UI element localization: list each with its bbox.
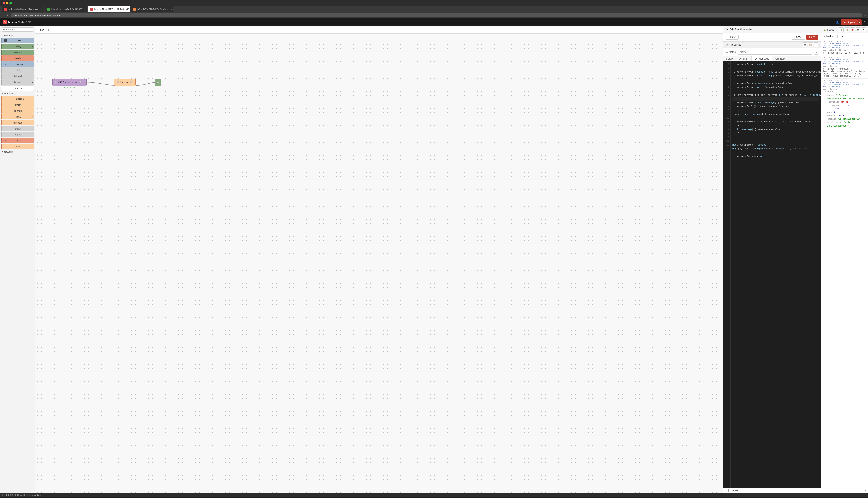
chevron-down-icon-2: ▾ xyxy=(2,92,3,94)
debug-message-3: 8/11/2022 2:01:38 node: 5bcbfb38ce3d4b76… xyxy=(821,79,868,129)
all-filter-btn[interactable]: all ▾ xyxy=(838,35,844,38)
debug-msg-3-node: node: 5bcbfb38ce3d4b76 xyxy=(823,82,866,84)
deploy-button[interactable]: ▶ Deploy xyxy=(841,19,858,25)
node-switch[interactable]: switch xyxy=(1,102,34,107)
deploy-dropdown-btn[interactable]: ▾ xyxy=(858,19,862,25)
tab-on-message[interactable]: On Message xyxy=(752,56,772,61)
node-function[interactable]: {} function xyxy=(1,96,34,102)
chevron-right-icon: ▾ xyxy=(2,151,3,153)
canvas-node-output[interactable] xyxy=(155,79,161,86)
node-inject[interactable]: ⬛ inject xyxy=(1,38,34,43)
back-btn[interactable]: ‹ xyxy=(2,14,3,17)
debug-messages: 8/11/2022 1:41:40 node: 5bcbfb38ce3d4b76… xyxy=(821,39,868,488)
category-common-label: common xyxy=(4,34,13,36)
tab-arm-summit[interactable]: ARM DEV SUMMIT - Grafana × xyxy=(130,6,173,12)
tab-close-2[interactable]: × xyxy=(87,8,87,11)
category-function: ▾ function {} function switch change ran… xyxy=(0,91,35,149)
reload-btn[interactable]: ↻ xyxy=(7,14,9,17)
status-bar: 192.168.1.46:1880/#editor-tab-properties xyxy=(0,493,868,497)
debug-msg-2-label: msg : Object xyxy=(823,65,866,67)
node-link-in[interactable]: link in xyxy=(1,67,34,73)
bookmark-icon[interactable]: ☆ xyxy=(864,14,866,17)
user-icon[interactable]: 👤 xyxy=(836,21,839,24)
category-common-header[interactable]: ▾ common xyxy=(0,33,35,37)
canvas-node-function[interactable]: function xyxy=(114,79,136,86)
filter-nodes-input[interactable] xyxy=(2,27,33,31)
node-comment[interactable]: comment xyxy=(1,86,34,91)
menu-icon[interactable]: ≡ xyxy=(864,20,866,24)
code-editor[interactable]: 1234567891011121314151617181920212223242… xyxy=(723,62,821,487)
chevron-down-icon: ▾ xyxy=(2,34,3,36)
node-change[interactable]: change xyxy=(1,108,34,114)
gear-icon-2[interactable]: ⚙ xyxy=(856,27,860,32)
props-icon-expand[interactable]: ⛶ xyxy=(814,42,818,47)
node-catch[interactable]: catch xyxy=(1,55,34,61)
debug-msg-3-time: 8/11/2022 2:01:38 xyxy=(823,80,866,82)
code-content[interactable]: "c-keyword">var decoded = {}; "c-keyword… xyxy=(731,62,821,487)
delete-button[interactable]: Delete xyxy=(726,35,739,40)
node-exec[interactable]: ⚙ exec xyxy=(1,138,34,143)
connected-badge: ● connected xyxy=(64,87,75,89)
node-template[interactable]: template xyxy=(1,120,34,126)
node-filter[interactable]: filter xyxy=(1,144,34,149)
debug-msg-1-value: ▶ { temperature: 21.9, soil: 0 } xyxy=(823,52,866,54)
chevron-up-icon[interactable]: ∧ xyxy=(861,27,866,32)
enabled-checkbox[interactable]: ○ Enabled xyxy=(726,489,739,492)
node-delay[interactable]: delay xyxy=(1,126,34,131)
filter-box xyxy=(0,26,35,33)
canvas-connections xyxy=(35,34,723,493)
category-network-label: network xyxy=(4,150,13,153)
tab-label-2: Live data - eui-2cf7f1c043500... xyxy=(51,8,84,11)
app-logo: ⬡ balena Node-RED xyxy=(2,20,31,24)
flow-tab[interactable]: Flow 1 xyxy=(38,28,46,31)
book-icon[interactable]: 📋 xyxy=(844,27,849,32)
add-flow-btn[interactable]: + xyxy=(48,28,49,31)
tab-node-red[interactable]: balena Node-RED : 192.168.1.46 × × xyxy=(88,6,130,12)
canvas-node-mqtt[interactable]: v3/+/devices/+/up ● connected xyxy=(52,79,87,86)
info-icon[interactable]: i xyxy=(839,27,844,32)
maximize-btn[interactable] xyxy=(9,2,12,4)
node-trigger[interactable]: trigger xyxy=(1,132,34,137)
name-dropdown-btn[interactable]: ▾ xyxy=(814,50,818,55)
tab-on-stop[interactable]: On Stop xyxy=(772,56,788,61)
all-nodes-filter-btn[interactable]: all nodes ▾ xyxy=(823,35,836,38)
node-complete[interactable]: complete xyxy=(1,50,34,55)
close-btn[interactable] xyxy=(2,2,5,4)
tab-close-4[interactable]: × xyxy=(171,8,172,11)
node-port-func-left xyxy=(117,81,119,83)
cancel-button[interactable]: Cancel xyxy=(792,35,805,40)
minimize-btn[interactable] xyxy=(6,2,8,4)
node-debug-icon-right: ≡ xyxy=(31,45,33,48)
node-debug[interactable]: debug ≡ xyxy=(1,43,34,49)
tab-setup[interactable]: Setup xyxy=(723,56,736,61)
address-input[interactable] xyxy=(11,13,862,17)
checkbox-icon[interactable]: ○ xyxy=(726,489,729,492)
scroll-to-bottom-btn[interactable]: ⬇ xyxy=(864,489,866,492)
category-function-header[interactable]: ▾ function xyxy=(0,91,35,95)
tab-live-data[interactable]: Live data - eui-2cf7f1c043500... × xyxy=(44,6,87,12)
name-input[interactable] xyxy=(738,50,813,55)
debug-msg-1-label: msg.payload : Object xyxy=(823,49,866,51)
props-icon-settings[interactable]: ⚙ xyxy=(803,42,807,47)
tab-bar: balena dashboard | Marc-pi4 × Live data … xyxy=(0,6,868,12)
node-link-out[interactable]: link out ▸ xyxy=(1,79,34,85)
tab-balena-dashboard[interactable]: balena dashboard | Marc-pi4 × xyxy=(2,6,44,12)
node-status[interactable]: ✱ status xyxy=(1,62,34,67)
done-button[interactable]: Done xyxy=(806,35,818,40)
debug-msg-2-value: ▶ { topic: "v3/seeed-temperature/devices… xyxy=(823,68,866,77)
props-icon-book[interactable]: 📋 xyxy=(808,42,813,47)
tab-on-start[interactable]: On Start xyxy=(736,56,752,61)
new-tab-btn[interactable]: + xyxy=(174,6,178,12)
edit-panel-title: Edit function node xyxy=(729,28,752,31)
tab-close-1[interactable]: × xyxy=(41,8,42,11)
debug-icon: 🐛 xyxy=(824,29,826,31)
category-network-header[interactable]: ▾ network xyxy=(0,150,35,154)
node-link-call[interactable]: link call xyxy=(1,74,34,79)
node-range[interactable]: range i xyxy=(1,114,34,119)
pin-icon[interactable]: 📌 xyxy=(850,27,855,32)
canvas-content[interactable]: v3/+/devices/+/up ● connected function xyxy=(35,34,723,493)
forward-btn[interactable]: › xyxy=(4,14,5,17)
node-port-out-left xyxy=(157,81,159,84)
node-port-func-right xyxy=(130,81,132,83)
tab-label-4: ARM DEV SUMMIT - Grafana xyxy=(137,8,168,11)
